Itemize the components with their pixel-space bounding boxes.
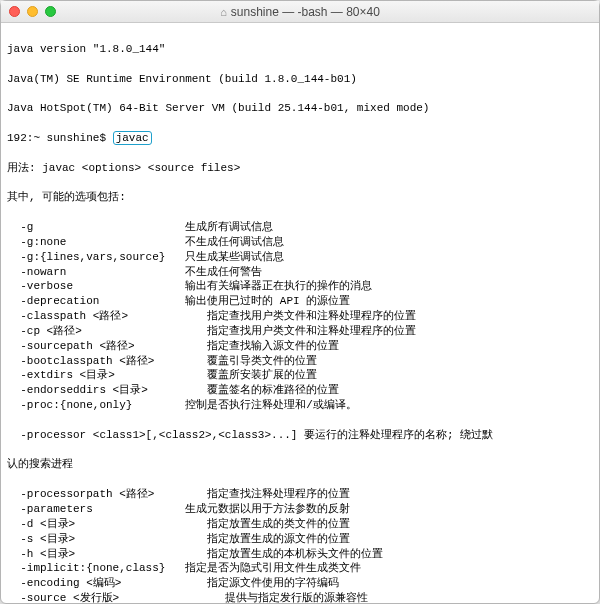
option-row: -implicit:{none,class} 指定是否为隐式引用文件生成类文件 <box>7 561 593 576</box>
processor-line: -processor <class1>[,<class2>,<class3>..… <box>7 428 593 443</box>
options-header: 其中, 可能的选项包括: <box>7 190 593 205</box>
java-runtime-line: Java(TM) SE Runtime Environment (build 1… <box>7 72 593 87</box>
option-row: -extdirs <目录> 覆盖所安装扩展的位置 <box>7 368 593 383</box>
option-flag: -s <目录> <box>7 532 194 547</box>
option-desc: 生成所有调试信息 <box>185 220 273 235</box>
home-icon: ⌂ <box>220 6 227 18</box>
command-highlighted: javac <box>113 131 152 145</box>
option-desc: 输出使用已过时的 API 的源位置 <box>185 294 350 309</box>
option-desc: 提供与指定发行版的源兼容性 <box>198 591 367 603</box>
option-flag: -classpath <路径> <box>7 309 194 324</box>
terminal-window: ⌂ sunshine — -bash — 80×40 java version … <box>0 0 600 604</box>
option-flag: -encoding <编码> <box>7 576 194 591</box>
option-desc: 只生成某些调试信息 <box>185 250 284 265</box>
option-flag: -implicit:{none,class} <box>7 561 185 576</box>
option-row: -proc:{none,only} 控制是否执行注释处理和/或编译。 <box>7 398 593 413</box>
option-desc: 覆盖所安装扩展的位置 <box>194 368 317 383</box>
option-flag: -extdirs <目录> <box>7 368 194 383</box>
option-flag: -g:none <box>7 235 185 250</box>
java-hotspot-line: Java HotSpot(TM) 64-Bit Server VM (build… <box>7 101 593 116</box>
option-row: -h <目录> 指定放置生成的本机标头文件的位置 <box>7 547 593 562</box>
option-row: -g 生成所有调试信息 <box>7 220 593 235</box>
option-flag: -g <box>7 220 185 235</box>
usage-line: 用法: javac <options> <source files> <box>7 161 593 176</box>
option-row: -sourcepath <路径> 指定查找输入源文件的位置 <box>7 339 593 354</box>
option-row: -source <发行版> 提供与指定发行版的源兼容性 <box>7 591 593 603</box>
option-row: -verbose 输出有关编译器正在执行的操作的消息 <box>7 279 593 294</box>
option-flag: -endorseddirs <目录> <box>7 383 194 398</box>
option-desc: 覆盖签名的标准路径的位置 <box>194 383 339 398</box>
window-title: ⌂ sunshine — -bash — 80×40 <box>1 5 599 19</box>
option-desc: 指定放置生成的本机标头文件的位置 <box>194 547 383 562</box>
option-flag: -parameters <box>7 502 185 517</box>
option-row: -cp <路径> 指定查找用户类文件和注释处理程序的位置 <box>7 324 593 339</box>
option-row: -g:none 不生成任何调试信息 <box>7 235 593 250</box>
title-text: sunshine — -bash — 80×40 <box>231 5 380 19</box>
prompt-prefix: 192:~ sunshine$ <box>7 132 113 144</box>
option-desc: 指定查找输入源文件的位置 <box>194 339 339 354</box>
option-row: -processorpath <路径> 指定查找注释处理程序的位置 <box>7 487 593 502</box>
option-flag: -verbose <box>7 279 185 294</box>
option-row: -bootclasspath <路径> 覆盖引导类文件的位置 <box>7 354 593 369</box>
option-desc: 指定放置生成的源文件的位置 <box>194 532 350 547</box>
option-desc: 指定放置生成的类文件的位置 <box>194 517 350 532</box>
option-desc: 生成元数据以用于方法参数的反射 <box>185 502 350 517</box>
option-flag: -source <发行版> <box>7 591 198 603</box>
option-row: -nowarn 不生成任何警告 <box>7 265 593 280</box>
option-flag: -sourcepath <路径> <box>7 339 194 354</box>
option-desc: 不生成任何警告 <box>185 265 262 280</box>
option-row: -endorseddirs <目录> 覆盖签名的标准路径的位置 <box>7 383 593 398</box>
option-desc: 输出有关编译器正在执行的操作的消息 <box>185 279 372 294</box>
java-version-line: java version "1.8.0_144" <box>7 42 593 57</box>
option-row: -classpath <路径> 指定查找用户类文件和注释处理程序的位置 <box>7 309 593 324</box>
option-desc: 指定查找用户类文件和注释处理程序的位置 <box>194 324 416 339</box>
prompt-line-1: 192:~ sunshine$ javac <box>7 131 593 146</box>
option-flag: -h <目录> <box>7 547 194 562</box>
option-flag: -proc:{none,only} <box>7 398 185 413</box>
terminal-output[interactable]: java version "1.8.0_144" Java(TM) SE Run… <box>1 23 599 603</box>
option-flag: -nowarn <box>7 265 185 280</box>
option-flag: -deprecation <box>7 294 185 309</box>
option-flag: -d <目录> <box>7 517 194 532</box>
option-desc: 控制是否执行注释处理和/或编译。 <box>185 398 357 413</box>
option-row: -encoding <编码> 指定源文件使用的字符编码 <box>7 576 593 591</box>
titlebar: ⌂ sunshine — -bash — 80×40 <box>1 1 599 23</box>
option-flag: -bootclasspath <路径> <box>7 354 194 369</box>
option-flag: -cp <路径> <box>7 324 194 339</box>
option-flag: -processorpath <路径> <box>7 487 194 502</box>
option-row: -deprecation 输出使用已过时的 API 的源位置 <box>7 294 593 309</box>
option-flag: -g:{lines,vars,source} <box>7 250 185 265</box>
option-row: -d <目录> 指定放置生成的类文件的位置 <box>7 517 593 532</box>
option-desc: 指定是否为隐式引用文件生成类文件 <box>185 561 361 576</box>
option-row: -parameters 生成元数据以用于方法参数的反射 <box>7 502 593 517</box>
option-desc: 指定源文件使用的字符编码 <box>194 576 339 591</box>
option-desc: 指定查找注释处理程序的位置 <box>194 487 350 502</box>
option-row: -s <目录> 指定放置生成的源文件的位置 <box>7 532 593 547</box>
option-row: -g:{lines,vars,source} 只生成某些调试信息 <box>7 250 593 265</box>
processor-cont: 认的搜索进程 <box>7 457 593 472</box>
option-desc: 不生成任何调试信息 <box>185 235 284 250</box>
option-desc: 指定查找用户类文件和注释处理程序的位置 <box>194 309 416 324</box>
option-desc: 覆盖引导类文件的位置 <box>194 354 317 369</box>
